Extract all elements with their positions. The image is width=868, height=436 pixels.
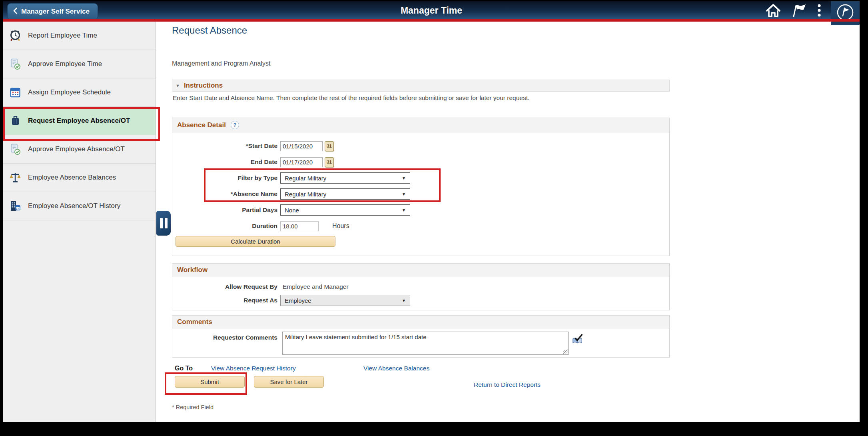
duration-row: Duration Hours <box>172 218 669 234</box>
absence-name-value: Regular Military <box>285 191 326 198</box>
save-for-later-button[interactable]: Save for Later <box>254 376 324 388</box>
pause-bar-icon <box>165 218 168 228</box>
help-icon[interactable]: ? <box>231 121 239 129</box>
sidebar-item-employee-absence-ot-history[interactable]: Employee Absence/OT History <box>3 192 156 220</box>
workflow-header: Workflow <box>172 264 669 276</box>
workflow-section: Workflow Allow Request By Employee and M… <box>172 263 670 310</box>
filter-by-type-value: Regular Military <box>285 175 326 182</box>
document-check-icon <box>9 143 22 156</box>
sidebar-item-label: Report Employee Time <box>28 32 97 40</box>
request-as-row: Request As Employee ▼ <box>172 293 669 308</box>
comments-header: Comments <box>172 316 669 328</box>
job-title: Management and Program Analyst <box>172 60 270 67</box>
sidebar-item-assign-employee-schedule[interactable]: Assign Employee Schedule <box>3 78 156 107</box>
return-to-direct-reports-link[interactable]: Return to Direct Reports <box>474 381 541 388</box>
partial-days-row: Partial Days None ▼ <box>172 202 669 218</box>
requestor-comments-row: Requestor Comments Military Leave statem… <box>172 328 669 355</box>
start-date-row: *Start Date 31 <box>172 138 669 154</box>
spell-check-icon[interactable] <box>571 332 583 344</box>
sidebar-item-label: Assign Employee Schedule <box>28 88 111 96</box>
sidebar-collapse-handle[interactable] <box>156 211 171 236</box>
page-title: Request Absence <box>172 25 247 36</box>
app-window: Manager Self Service Manager Time <box>3 1 860 422</box>
sidebar-item-label: Approve Employee Time <box>28 60 102 68</box>
start-date-label: *Start Date <box>172 142 280 150</box>
request-as-select[interactable]: Employee ▼ <box>280 295 410 306</box>
home-icon[interactable] <box>765 3 781 18</box>
start-date-input[interactable] <box>280 141 323 151</box>
allow-request-by-row: Allow Request By Employee and Manager <box>172 280 669 293</box>
document-check-icon <box>9 58 22 70</box>
sidebar-item-approve-employee-absence-ot[interactable]: Approve Employee Absence/OT <box>3 135 156 164</box>
end-date-row: End Date 31 <box>172 154 669 170</box>
allow-request-by-label: Allow Request By <box>172 283 280 290</box>
absence-name-label: *Absence Name <box>172 190 280 198</box>
header-accent-bar <box>3 19 860 22</box>
sidebar-item-label: Request Employee Absence/OT <box>28 117 130 125</box>
comments-section: Comments Requestor Comments Military Lea… <box>172 315 670 358</box>
request-as-value: Employee <box>285 297 311 304</box>
view-absence-balances-link[interactable]: View Absence Balances <box>363 365 429 372</box>
sidebar-item-label: Approve Employee Absence/OT <box>28 145 125 153</box>
sidebar: Report Employee Time Approve Employee Ti… <box>3 22 156 422</box>
submit-button[interactable]: Submit <box>175 376 245 388</box>
absence-detail-section: Absence Detail ? *Start Date 31 End Date… <box>172 118 670 256</box>
request-as-label: Request As <box>172 297 280 304</box>
sidebar-item-approve-employee-time[interactable]: Approve Employee Time <box>3 50 156 78</box>
requestor-comments-label: Requestor Comments <box>172 332 280 341</box>
duration-label: Duration <box>172 222 280 230</box>
calculate-duration-button[interactable]: Calculate Duration <box>176 236 335 247</box>
sidebar-item-report-employee-time[interactable]: Report Employee Time <box>3 22 156 50</box>
dropdown-caret-icon: ▼ <box>402 298 406 303</box>
filter-by-type-row: Filter by Type Regular Military ▼ <box>172 170 669 186</box>
instructions-title: Instructions <box>184 82 223 90</box>
duration-input <box>280 221 319 231</box>
duration-unit-label: Hours <box>332 222 349 230</box>
absence-detail-header: Absence Detail ? <box>172 118 669 132</box>
dropdown-caret-icon: ▼ <box>402 176 406 180</box>
absence-name-select[interactable]: Regular Military ▼ <box>280 188 410 200</box>
sidebar-item-label: Employee Absence/OT History <box>28 202 120 210</box>
requestor-comments-textarea[interactable]: Military Leave statement submitted for 1… <box>282 332 569 355</box>
pause-bar-icon <box>160 218 163 228</box>
dropdown-caret-icon: ▼ <box>402 192 406 196</box>
end-date-input[interactable] <box>280 157 323 167</box>
main-content: Request Absence Management and Program A… <box>156 22 860 422</box>
absence-detail-title: Absence Detail <box>177 121 226 129</box>
required-field-note: * Required Field <box>172 404 214 410</box>
collapse-triangle-icon: ▼ <box>176 83 180 88</box>
top-header: Manager Self Service Manager Time <box>3 1 860 19</box>
alarm-clock-icon <box>9 29 22 42</box>
partial-days-value: None <box>285 207 299 214</box>
flag-icon[interactable] <box>791 3 808 18</box>
dropdown-caret-icon: ▼ <box>402 208 406 212</box>
end-date-label: End Date <box>172 158 280 166</box>
calendar-icon <box>9 86 22 99</box>
building-calendar-icon <box>9 200 22 212</box>
view-absence-request-history-link[interactable]: View Absence Request History <box>211 365 296 372</box>
partial-days-select[interactable]: None ▼ <box>280 204 410 216</box>
filter-by-type-label: Filter by Type <box>172 174 280 182</box>
calendar-picker-icon[interactable]: 31 <box>325 141 334 151</box>
comments-title: Comments <box>177 318 212 326</box>
absence-name-row: *Absence Name Regular Military ▼ <box>172 186 669 202</box>
sidebar-item-request-employee-absence-ot[interactable]: Request Employee Absence/OT <box>3 107 156 135</box>
more-options-icon[interactable] <box>817 4 821 17</box>
instructions-text: Enter Start Date and Absence Name. Then … <box>173 94 529 102</box>
header-title: Manager Time <box>3 5 860 16</box>
allow-request-by-value: Employee and Manager <box>280 283 349 290</box>
sidebar-item-label: Employee Absence Balances <box>28 174 116 182</box>
workflow-title: Workflow <box>177 266 208 274</box>
filter-by-type-select[interactable]: Regular Military ▼ <box>280 172 410 184</box>
instructions-section-header[interactable]: ▼ Instructions <box>172 80 670 92</box>
briefcase-icon <box>9 114 22 127</box>
header-icon-group <box>765 1 821 19</box>
go-to-label: Go To <box>175 365 193 372</box>
navbar-button[interactable] <box>831 1 860 25</box>
sidebar-item-employee-absence-balances[interactable]: Employee Absence Balances <box>3 164 156 192</box>
calculate-duration-row: Calculate Duration <box>172 236 669 247</box>
partial-days-label: Partial Days <box>172 206 280 214</box>
scales-icon <box>9 171 22 184</box>
calendar-picker-icon[interactable]: 31 <box>325 157 334 167</box>
